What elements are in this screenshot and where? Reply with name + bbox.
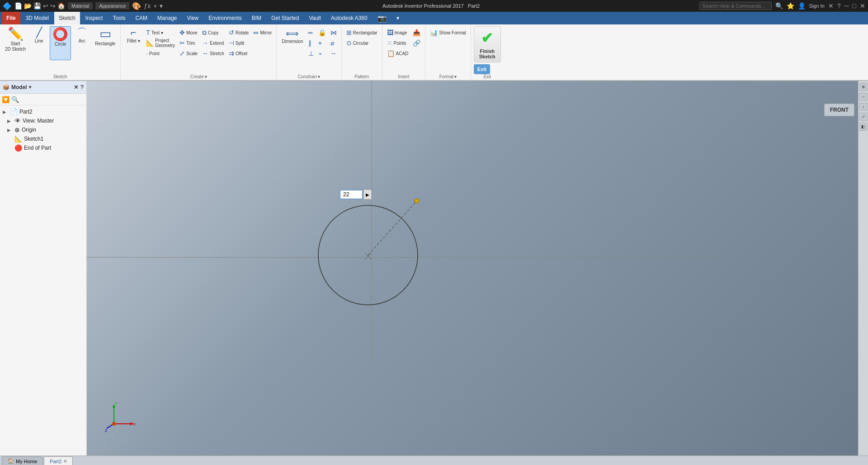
- rectangle-button[interactable]: ▭ Rectangle: [93, 26, 118, 60]
- circle-button[interactable]: ⭕ Circle: [50, 26, 71, 60]
- star-icon[interactable]: ⭐: [787, 2, 794, 9]
- format-collapse-icon[interactable]: ▾: [454, 74, 457, 79]
- menu-vault[interactable]: Vault: [304, 12, 325, 24]
- rp-btn-4[interactable]: ⤢: [859, 113, 868, 121]
- constrain-btn-4[interactable]: 🔒: [316, 28, 328, 38]
- create-collapse-icon[interactable]: ▾: [205, 74, 207, 79]
- constrain-btn-6[interactable]: ∘: [316, 48, 328, 58]
- dim-arrow-button[interactable]: ▶: [363, 190, 372, 199]
- help-search-input[interactable]: [699, 2, 772, 10]
- search-icon[interactable]: 🔍: [775, 2, 783, 9]
- menu-bim[interactable]: BIM: [247, 12, 266, 24]
- appearance-dropdown[interactable]: Appearance: [95, 2, 129, 9]
- extend-button[interactable]: → Extend: [200, 38, 226, 48]
- sidebar-help-icon[interactable]: ?: [80, 84, 84, 90]
- rp-btn-3[interactable]: ↕: [859, 103, 868, 111]
- menu-get-started[interactable]: Get Started: [267, 12, 303, 24]
- exit-button[interactable]: Exit: [474, 64, 490, 74]
- home-icon[interactable]: 🏠: [57, 2, 65, 9]
- acad-button[interactable]: 📋 ACAD: [385, 48, 410, 58]
- menu-media[interactable]: 📷: [373, 12, 391, 24]
- sidebar-close-icon[interactable]: ✕: [74, 84, 79, 90]
- circular-pattern-button[interactable]: ⊙ Circular: [344, 38, 379, 48]
- constrain-btn-2[interactable]: ∥: [307, 38, 316, 48]
- start-2d-sketch-button[interactable]: ✏️ Start2D Sketch: [3, 26, 28, 60]
- image-button[interactable]: 🖼 Image: [385, 28, 410, 38]
- undo-icon[interactable]: ↩: [43, 2, 48, 9]
- tree-item-end-of-part[interactable]: 🔴 End of Part: [0, 143, 86, 152]
- sidebar-dropdown-icon[interactable]: ▾: [29, 85, 31, 90]
- menu-tools[interactable]: Tools: [108, 12, 130, 24]
- offset-button[interactable]: ⇉ Offset: [227, 48, 250, 58]
- maximize-icon[interactable]: □: [853, 2, 856, 9]
- tree-item-origin[interactable]: ▶ ⊕ Origin: [0, 125, 86, 134]
- finish-sketch-button[interactable]: ✔ FinishSketch: [474, 26, 501, 62]
- move-button[interactable]: ✥ Move: [178, 28, 199, 38]
- viewport[interactable]: FRONT ▶: [87, 81, 868, 456]
- rp-btn-1[interactable]: ⊕: [859, 83, 868, 91]
- scale-button[interactable]: ⤢ Scale: [178, 48, 199, 58]
- menu-view[interactable]: View: [182, 12, 203, 24]
- close-icon[interactable]: ✕: [860, 2, 865, 9]
- sign-in-label[interactable]: Sign In: [809, 3, 825, 9]
- import-button[interactable]: 📥: [411, 28, 422, 38]
- add-icon[interactable]: +: [153, 2, 157, 9]
- menu-environments[interactable]: Environments: [204, 12, 246, 24]
- tree-item-part2[interactable]: ▶ 📄 Part2: [0, 107, 86, 116]
- rp-btn-2[interactable]: ↔: [859, 93, 868, 101]
- menu-file[interactable]: File: [2, 12, 20, 24]
- rotate-button[interactable]: ↺ Rotate: [227, 28, 250, 38]
- menu-cam[interactable]: CAM: [131, 12, 152, 24]
- function-icon[interactable]: ƒx: [144, 2, 151, 9]
- menu-manage[interactable]: Manage: [153, 12, 181, 24]
- split-button[interactable]: ⊣ Split: [227, 38, 250, 48]
- rp-btn-5[interactable]: ◧: [859, 123, 868, 131]
- close-panel-icon[interactable]: ✕: [828, 2, 834, 9]
- menu-inspect[interactable]: Inspect: [81, 12, 108, 24]
- arc-button[interactable]: ⌒ Arc: [72, 26, 92, 60]
- menu-3d-model[interactable]: 3D Model: [21, 12, 53, 24]
- link-button[interactable]: 🔗: [411, 38, 422, 48]
- project-geometry-button[interactable]: 📐 ProjectGeometry: [144, 38, 177, 48]
- menu-more[interactable]: ▾: [392, 12, 404, 24]
- tree-item-sketch1[interactable]: 📐 Sketch1: [0, 134, 86, 143]
- user-icon[interactable]: 👤: [798, 2, 806, 9]
- point-button[interactable]: · Point: [144, 48, 177, 58]
- menu-sketch[interactable]: Sketch: [54, 12, 80, 24]
- fillet-button[interactable]: ⌐ Fillet ▾: [123, 26, 143, 60]
- open-icon[interactable]: 📂: [24, 2, 32, 9]
- line-button[interactable]: ╱ Line: [29, 26, 49, 60]
- copy-button[interactable]: ⧉ Copy: [200, 28, 226, 38]
- image-icon: 🖼: [387, 29, 393, 36]
- search-tree-icon[interactable]: 🔍: [11, 96, 19, 103]
- material-dropdown[interactable]: Material: [68, 2, 93, 9]
- tab-part2[interactable]: Part2 ✕: [44, 456, 73, 465]
- save-icon[interactable]: 💾: [33, 2, 41, 9]
- constrain-btn-1[interactable]: ═: [307, 28, 316, 38]
- dimension-input[interactable]: [340, 190, 363, 199]
- help-icon[interactable]: ?: [837, 2, 841, 9]
- constrain-btn-8[interactable]: ⌀: [329, 38, 339, 48]
- rectangular-button[interactable]: ⊞ Rectangular: [344, 28, 379, 38]
- dimension-button[interactable]: ⟺ Dimension: [279, 28, 305, 62]
- trim-button[interactable]: ✂ Trim: [178, 38, 199, 48]
- points-button[interactable]: ⁙ Points: [385, 38, 410, 48]
- tab-part2-close-icon[interactable]: ✕: [63, 459, 67, 464]
- tree-item-view-master[interactable]: ▶ 👁 View: Master: [0, 116, 86, 125]
- constrain-btn-3[interactable]: ⊥: [307, 48, 316, 58]
- stretch-button[interactable]: ↔ Stretch: [200, 48, 226, 58]
- chevron-down-icon[interactable]: ▾: [160, 2, 163, 9]
- new-icon[interactable]: 📄: [14, 2, 22, 9]
- menu-autodesk-a360[interactable]: Autodesk A360: [326, 12, 372, 24]
- text-button[interactable]: T Text ▾: [144, 28, 177, 38]
- constrain-btn-9[interactable]: ↔: [329, 48, 339, 58]
- show-format-button[interactable]: 📊 Show Format: [428, 28, 467, 38]
- redo-icon[interactable]: ↪: [50, 2, 56, 9]
- constrain-btn-7[interactable]: ⋈: [329, 28, 339, 38]
- constrain-collapse-icon[interactable]: ▾: [318, 74, 320, 79]
- filter-icon[interactable]: 🔽: [2, 96, 9, 103]
- constrain-btn-5[interactable]: ⌖: [316, 38, 328, 48]
- mirror-button[interactable]: ⇔ Mirror: [251, 28, 274, 38]
- minimize-icon[interactable]: ─: [844, 2, 849, 9]
- tab-my-home[interactable]: 🏠 My Home: [2, 456, 43, 465]
